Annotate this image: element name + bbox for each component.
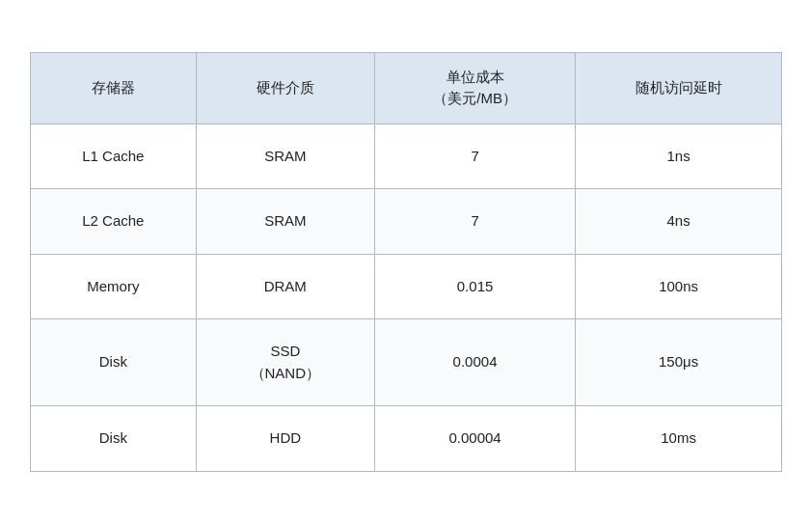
table-row: DiskHDD0.0000410ms <box>31 406 782 472</box>
header-storage: 存储器 <box>31 52 197 124</box>
cell-latency: 1ns <box>576 124 782 189</box>
storage-comparison-table: 存储器 硬件介质 单位成本（美元/MB） 随机访问延时 L1 CacheSRAM… <box>30 52 782 472</box>
cell-medium: SRAM <box>196 124 374 189</box>
cell-latency: 100ns <box>576 254 782 319</box>
cell-medium: SRAM <box>196 189 374 255</box>
cell-latency: 10ms <box>576 406 782 472</box>
table-header-row: 存储器 硬件介质 单位成本（美元/MB） 随机访问延时 <box>31 52 782 124</box>
cell-medium: HDD <box>196 406 374 472</box>
cell-medium: SSD（NAND） <box>196 319 374 406</box>
header-latency: 随机访问延时 <box>576 52 782 124</box>
cell-latency: 4ns <box>576 189 782 255</box>
table-row: L1 CacheSRAM71ns <box>31 124 782 189</box>
cell-cost: 0.0004 <box>374 319 575 406</box>
cell-latency: 150μs <box>576 319 782 406</box>
cell-storage: L2 Cache <box>31 189 197 255</box>
cell-storage: Memory <box>31 254 197 319</box>
cell-cost: 0.015 <box>374 254 575 319</box>
cell-cost: 7 <box>374 124 575 189</box>
header-cost: 单位成本（美元/MB） <box>374 52 575 124</box>
header-medium: 硬件介质 <box>196 52 374 124</box>
cell-cost: 7 <box>374 189 575 255</box>
cell-storage: Disk <box>31 406 197 472</box>
table-row: L2 CacheSRAM74ns <box>31 189 782 255</box>
table-row: DiskSSD（NAND）0.0004150μs <box>31 319 782 406</box>
cell-storage: Disk <box>31 319 197 406</box>
cell-storage: L1 Cache <box>31 124 197 189</box>
cell-medium: DRAM <box>196 254 374 319</box>
table-row: MemoryDRAM0.015100ns <box>31 254 782 319</box>
cell-cost: 0.00004 <box>374 406 575 472</box>
